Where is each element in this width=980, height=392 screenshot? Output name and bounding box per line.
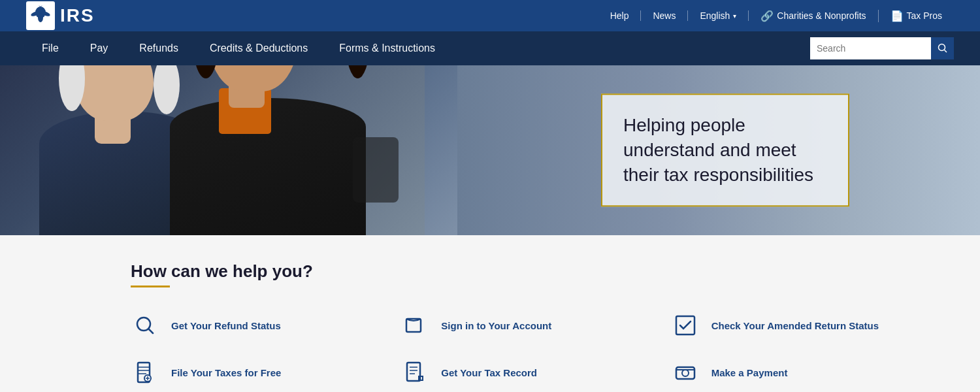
svg-line-8 [944, 50, 947, 53]
irs-eagle-icon [26, 1, 55, 30]
payment-icon [671, 358, 700, 387]
charities-link[interactable]: 🔗 Charities & Nonprofits [749, 10, 878, 22]
refund-status-icon [131, 311, 159, 340]
help-link[interactable]: Help [598, 10, 642, 21]
refund-status-label[interactable]: Get Your Refund Status [171, 320, 281, 331]
taxpros-icon: 📄 [890, 10, 904, 22]
top-bar: IRS Help News English ▾ 🔗 Charities & No… [0, 0, 980, 31]
file-free-icon [131, 358, 159, 387]
english-dropdown[interactable]: English ▾ [688, 10, 749, 21]
top-bar-nav: Help News English ▾ 🔗 Charities & Nonpro… [598, 10, 954, 22]
file-free-label[interactable]: File Your Taxes for Free [171, 367, 281, 378]
irs-wordmark: IRS [60, 5, 95, 26]
help-item-sign-in[interactable]: Sign in to Your Account [400, 311, 670, 340]
search-button[interactable] [931, 37, 954, 59]
amended-label[interactable]: Check Your Amended Return Status [711, 320, 879, 331]
hero-tagline: Helping people understand and meet their… [623, 113, 827, 187]
help-item-payment[interactable]: Make a Payment [671, 358, 941, 387]
svg-point-22 [682, 370, 689, 376]
section-title-underline [131, 286, 170, 287]
irs-logo[interactable]: IRS [26, 1, 95, 30]
help-item-tax-record[interactable]: Get Your Tax Record [400, 358, 670, 387]
amended-icon [671, 311, 700, 340]
nav-credits[interactable]: Credits & Deductions [194, 31, 323, 65]
sign-in-label[interactable]: Sign in to Your Account [441, 320, 551, 331]
news-link[interactable]: News [641, 10, 688, 21]
help-section: How can we help you? Get Your Refund Sta… [0, 235, 980, 392]
nav-forms[interactable]: Forms & Instructions [323, 31, 451, 65]
sign-in-icon [400, 311, 429, 340]
main-nav-links: File Pay Refunds Credits & Deductions Fo… [26, 31, 451, 65]
help-item-amended[interactable]: Check Your Amended Return Status [671, 311, 941, 340]
svg-point-7 [938, 44, 945, 51]
search-input[interactable] [810, 43, 931, 54]
svg-rect-21 [676, 367, 694, 379]
charities-icon: 🔗 [760, 10, 774, 22]
svg-point-6 [38, 13, 43, 22]
help-item-file-free[interactable]: File Your Taxes for Free [131, 358, 400, 387]
tax-record-icon [400, 358, 429, 387]
tax-record-label[interactable]: Get Your Tax Record [441, 367, 537, 378]
taxpros-link[interactable]: 📄 Tax Pros [879, 10, 954, 22]
payment-label[interactable]: Make a Payment [711, 367, 788, 378]
section-title: How can we help you? [131, 261, 941, 282]
hero-people-area [0, 65, 490, 235]
main-nav: File Pay Refunds Credits & Deductions Fo… [0, 31, 980, 65]
search-bar [810, 37, 954, 59]
hero-section: Helping people understand and meet their… [0, 65, 980, 235]
nav-file[interactable]: File [26, 31, 74, 65]
nav-pay[interactable]: Pay [74, 31, 124, 65]
nav-refunds[interactable]: Refunds [123, 31, 194, 65]
search-icon [938, 43, 948, 54]
hero-text-box: Helping people understand and meet their… [601, 93, 849, 206]
help-grid: Get Your Refund Status Sign in to Your A… [131, 311, 941, 392]
person2 [144, 65, 405, 235]
chevron-down-icon: ▾ [733, 12, 736, 20]
svg-line-10 [149, 329, 154, 334]
svg-rect-12 [676, 316, 694, 335]
help-item-refund-status[interactable]: Get Your Refund Status [131, 311, 400, 340]
